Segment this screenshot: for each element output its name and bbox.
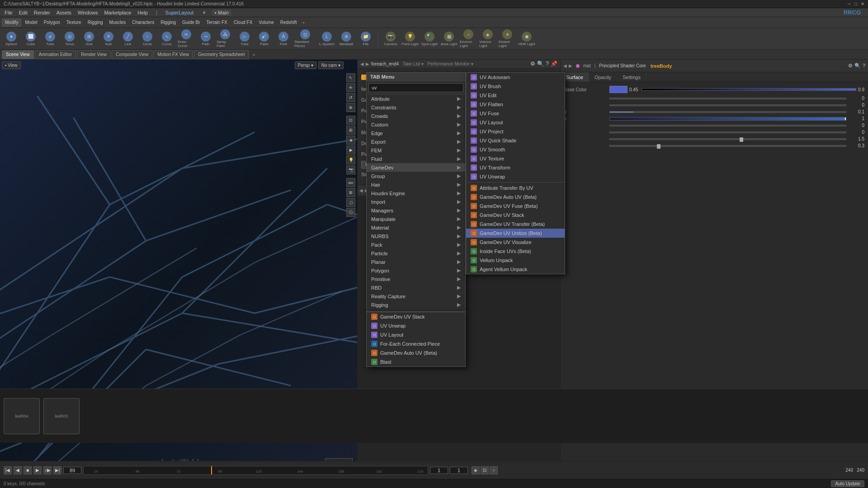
base-color-swatch[interactable] xyxy=(609,86,627,93)
vp-abc-btn[interactable]: abc xyxy=(346,178,355,187)
shader-tab-opacity[interactable]: Opacity xyxy=(589,72,617,82)
vp-render-btn[interactable]: ▶ xyxy=(346,145,355,155)
timeline-play-audio-btn[interactable]: ♪▶ xyxy=(43,466,52,474)
menu-houdini-engine[interactable]: Houdini Engine▶ xyxy=(367,189,465,197)
submenu-gamedev-uv-transfer[interactable]: ⊡ GameDev UV Transfer (Beta) xyxy=(466,220,565,229)
menu-help[interactable]: Help xyxy=(135,10,151,15)
history-gamedev-auto-uv[interactable]: ⊡ GameDev Auto UV (Beta) xyxy=(367,348,465,357)
menu-rigging[interactable]: Rigging▶ xyxy=(367,300,465,309)
menu-attribute[interactable]: Attribute▶ xyxy=(367,94,465,103)
tool-camera[interactable]: 📷 Camera xyxy=(381,31,400,47)
vp-scale-tool[interactable]: ⊕ xyxy=(346,103,355,112)
submenu-uv-smooth[interactable]: ⊡ UV Smooth xyxy=(466,145,565,154)
menu-render[interactable]: Render xyxy=(31,10,53,15)
add-tab-btn[interactable]: + xyxy=(250,52,258,57)
submenu-uv-project[interactable]: ⊡ UV Project xyxy=(466,127,565,136)
menu-managers[interactable]: Managers▶ xyxy=(367,206,465,215)
menu-main[interactable]: ▪ Main xyxy=(212,9,231,16)
help-icon[interactable]: ? xyxy=(546,61,549,67)
menu-assets[interactable]: Assets xyxy=(54,10,74,15)
search-icon[interactable]: 🔍 xyxy=(537,61,544,67)
nav-fwd-btn[interactable]: ▶ xyxy=(366,61,369,66)
vp-light-btn[interactable]: 💡 xyxy=(346,155,355,164)
menu-nurbs[interactable]: NURBS▶ xyxy=(367,232,465,240)
vp-display-btn[interactable]: ⊞ xyxy=(346,126,355,135)
menu-file[interactable]: File xyxy=(2,10,15,15)
tl-tool-3[interactable]: ○ xyxy=(490,466,498,474)
timeline-frame-input[interactable] xyxy=(63,467,81,474)
status-auto-update[interactable]: Auto Update xyxy=(831,480,864,487)
shader-gear-icon[interactable]: ⚙ xyxy=(848,63,853,69)
pin-icon[interactable]: 📌 xyxy=(551,61,557,67)
maximize-btn[interactable]: □ xyxy=(854,1,857,6)
tool-line[interactable]: ╱ Line xyxy=(118,31,137,47)
submenu-uv-quick-shade[interactable]: ⊡ UV Quick Shade xyxy=(466,136,565,145)
menu-terrain[interactable]: Terrain▶ xyxy=(367,309,465,311)
menu-reality-capture[interactable]: Reality Capture▶ xyxy=(367,292,465,300)
vp-camera-btn[interactable]: 📷 xyxy=(346,165,355,174)
menu-material[interactable]: Material▶ xyxy=(367,223,465,232)
ctx-redshift[interactable]: Redshift xyxy=(278,19,300,27)
tool-spraypaint[interactable]: ⁂ Spray Paint xyxy=(216,28,235,49)
timeline-next-btn[interactable]: ▶| xyxy=(53,466,61,474)
tool-spotlight[interactable]: 🔦 Spot Light xyxy=(420,31,439,47)
tab-render-view[interactable]: Render View xyxy=(77,50,111,59)
slider-2-track[interactable] xyxy=(609,104,846,106)
menu-particle[interactable]: Particle▶ xyxy=(367,249,465,258)
vp-select-tool[interactable]: ↖ xyxy=(346,73,355,82)
timeline-start-frame[interactable] xyxy=(430,467,448,474)
history-uv-layout[interactable]: ⊡ UV Layout xyxy=(367,330,465,339)
submenu-uv-flatten[interactable]: ⊡ UV Flatten xyxy=(466,100,565,109)
timeline-prev-btn[interactable]: ◀ xyxy=(14,466,22,474)
minimize-btn[interactable]: ─ xyxy=(848,1,851,6)
ctx-rigging[interactable]: Rigging xyxy=(85,19,106,27)
history-blast[interactable]: ⊡ Blast xyxy=(367,357,465,366)
vp-snap-btn[interactable]: ⊡ xyxy=(346,116,355,125)
submenu-uv-transform[interactable]: ⊡ UV Transform xyxy=(466,163,565,172)
menu-fluid[interactable]: Fluid▶ xyxy=(367,155,465,163)
tool-lsystem[interactable]: L L-System xyxy=(317,31,336,47)
submenu-gamedev-uv-stack[interactable]: ⊡ GameDev UV Stack xyxy=(466,211,565,220)
vp-info-btn[interactable]: ⓘ xyxy=(346,208,355,217)
menu-pack[interactable]: Pack▶ xyxy=(367,240,465,249)
history-for-each[interactable]: ⊡ For-Each Connected Piece xyxy=(367,339,465,348)
timeline-stop-btn[interactable]: ■ xyxy=(24,466,32,474)
submenu-uv-autoseam[interactable]: ⊡ UV Autoseam xyxy=(466,73,565,82)
vp-grid-btn[interactable]: ⊞ xyxy=(346,188,355,197)
tl-tool-2[interactable]: ⊡ xyxy=(481,466,489,474)
shader-help-icon[interactable]: ? xyxy=(863,63,865,69)
slider-4-track[interactable] xyxy=(609,117,846,121)
ctx-model[interactable]: Model xyxy=(22,19,40,27)
history-gamedev-uv-stack[interactable]: ⊡ GameDev UV Stack xyxy=(367,312,465,321)
base-color-b[interactable]: 0.9 xyxy=(858,87,864,92)
tool-metaball[interactable]: ⊛ Metaball xyxy=(337,31,356,47)
tool-torus[interactable]: ◎ Torus xyxy=(60,31,79,47)
tool-curve[interactable]: ∿ Curve xyxy=(157,31,176,47)
tab-search-input[interactable] xyxy=(368,83,463,92)
tool-envlight[interactable]: ○ Environ Light xyxy=(459,28,478,49)
menu-gamedev[interactable]: GameDev▶ xyxy=(367,163,465,172)
tool-circle[interactable]: ○ Circle xyxy=(138,31,157,47)
menu-crowds[interactable]: Crowds▶ xyxy=(367,112,465,120)
submenu-agent-vellum-unpack[interactable]: ⊡ Agent Vellum Unpack xyxy=(466,265,565,274)
menu-constraints[interactable]: Constraints▶ xyxy=(367,103,465,112)
vp-bg-btn[interactable]: ◻ xyxy=(346,198,355,207)
ctx-volume[interactable]: Volume xyxy=(256,19,276,27)
submenu-gamedev-uv-fuse[interactable]: ⊡ GameDev UV Fuse (Beta) xyxy=(466,202,565,211)
menu-group[interactable]: Group▶ xyxy=(367,172,465,180)
perf-monitor[interactable]: Performance Monitor ▾ xyxy=(427,61,473,66)
viewport-type-select[interactable]: ▪ View xyxy=(2,61,21,69)
ctx-polygon[interactable]: Polygon xyxy=(41,19,63,27)
tool-tube2[interactable]: ▷ Tube xyxy=(235,31,254,47)
nav-back-btn[interactable]: ◀ xyxy=(360,61,364,66)
timeline-play-btn[interactable]: ▶ xyxy=(33,466,42,474)
tool-drawcurve[interactable]: ✏ Draw Curve xyxy=(177,28,196,49)
submenu-uv-brush[interactable]: ⊡ UV Brush xyxy=(466,82,565,91)
tool-null[interactable]: ✕ Null xyxy=(99,31,118,47)
ctx-characters[interactable]: Characters xyxy=(129,19,157,27)
menu-primitive[interactable]: Primitive▶ xyxy=(367,275,465,283)
menu-fem[interactable]: FEM▶ xyxy=(367,146,465,155)
persp-btn[interactable]: Persp ▾ xyxy=(295,61,316,69)
submenu-gamedev-uv-unitize[interactable]: ⊡ GameDev UV Unitize (Beta) xyxy=(466,229,565,238)
vp-move-tool[interactable]: ✛ xyxy=(346,83,355,92)
